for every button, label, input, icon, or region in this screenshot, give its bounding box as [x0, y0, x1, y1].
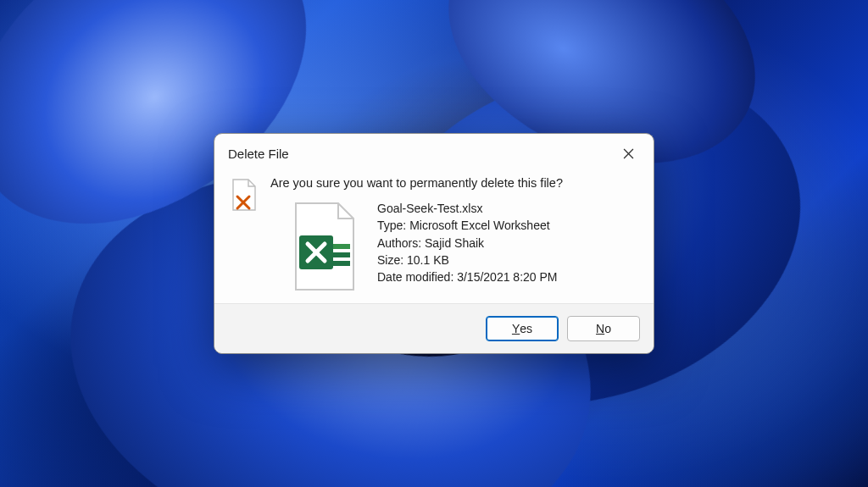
dialog-body: Are you sure you want to permanently del…: [214, 171, 654, 303]
no-button-post: o: [604, 322, 611, 335]
file-size: Size: 10.1 KB: [377, 252, 557, 268]
yes-button-mnemonic: Y: [512, 322, 520, 335]
dialog-titlebar[interactable]: Delete File: [214, 134, 654, 171]
excel-file-icon: [287, 200, 362, 296]
file-modified-label: Date modified:: [377, 270, 457, 284]
file-details-row: Goal-Seek-Test.xlsx Type: Microsoft Exce…: [287, 200, 638, 296]
yes-button[interactable]: Yes: [486, 316, 559, 341]
desktop-wallpaper: Delete File Are y: [0, 0, 868, 487]
file-authors-label: Authors:: [377, 236, 425, 250]
file-size-value: 10.1 KB: [407, 253, 449, 267]
close-button[interactable]: [613, 142, 643, 164]
yes-button-post: es: [520, 322, 532, 335]
file-size-label: Size:: [377, 253, 407, 267]
delete-file-warning-icon: [230, 176, 259, 296]
file-name: Goal-Seek-Test.xlsx: [377, 200, 557, 217]
dialog-footer: Yes No: [214, 303, 654, 353]
file-type-label: Type:: [377, 219, 409, 232]
close-icon: [623, 148, 634, 159]
dialog-content: Are you sure you want to permanently del…: [270, 176, 638, 296]
file-type-value: Microsoft Excel Worksheet: [409, 219, 549, 232]
dialog-question: Are you sure you want to permanently del…: [270, 176, 638, 190]
file-metadata: Goal-Seek-Test.xlsx Type: Microsoft Exce…: [377, 200, 557, 296]
file-modified-value: 3/15/2021 8:20 PM: [457, 270, 557, 284]
no-button[interactable]: No: [567, 316, 640, 341]
delete-file-dialog: Delete File Are y: [214, 133, 654, 354]
no-button-mnemonic: N: [596, 322, 604, 335]
file-modified: Date modified: 3/15/2021 8:20 PM: [377, 268, 557, 285]
file-type: Type: Microsoft Excel Worksheet: [377, 217, 557, 234]
dialog-title: Delete File: [228, 147, 289, 161]
file-authors-value: Sajid Shaik: [425, 236, 484, 250]
file-authors: Authors: Sajid Shaik: [377, 235, 557, 252]
